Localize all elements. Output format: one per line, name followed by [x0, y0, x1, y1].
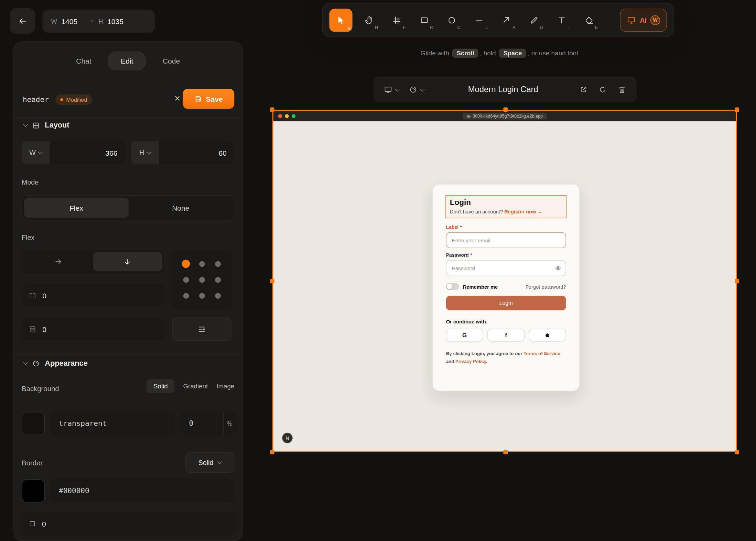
- tool-line[interactable]: L: [469, 9, 490, 31]
- tool-hand[interactable]: H: [359, 9, 380, 31]
- border-width-input[interactable]: [42, 520, 228, 528]
- forgot-password-link[interactable]: Forgot password?: [526, 284, 566, 289]
- tab-code[interactable]: Code: [161, 52, 182, 70]
- distribute-icon: [197, 324, 206, 334]
- tool-circle[interactable]: C: [441, 9, 463, 31]
- refresh-button[interactable]: [598, 85, 607, 94]
- selection-handle-right[interactable]: [735, 279, 739, 284]
- align-bottom-left-dot[interactable]: [183, 293, 189, 299]
- background-value-input[interactable]: [51, 419, 175, 428]
- tool-text[interactable]: T: [551, 9, 572, 31]
- open-external-button[interactable]: [579, 85, 588, 94]
- column-gap-input[interactable]: [42, 291, 157, 299]
- ai-hotkey-badge: W: [650, 15, 660, 25]
- tool-shortcut: A: [512, 25, 515, 30]
- corner-n-badge[interactable]: N: [282, 433, 293, 443]
- apple-button[interactable]: [529, 329, 566, 342]
- canvas-hint: Glide with Scroll, hold Space, or use ha…: [242, 49, 756, 58]
- direction-row-button[interactable]: [24, 252, 93, 271]
- element-tag: header: [23, 96, 49, 104]
- border-color-input[interactable]: [51, 487, 234, 495]
- bg-tab-gradient[interactable]: Gradient: [183, 383, 208, 390]
- align-top-center-dot[interactable]: [199, 261, 205, 267]
- password-input[interactable]: [446, 260, 566, 276]
- terms-link[interactable]: Terms of Service: [523, 351, 560, 356]
- bg-tab-image[interactable]: Image: [216, 383, 234, 390]
- direction-column-button[interactable]: [93, 252, 162, 271]
- tool-rectangle[interactable]: R: [414, 9, 435, 31]
- selection-handle-top[interactable]: [503, 108, 508, 112]
- selection-handle-bottom[interactable]: [503, 450, 508, 454]
- height-input[interactable]: [107, 17, 130, 25]
- ai-mode-button[interactable]: AI W: [620, 9, 667, 32]
- google-button[interactable]: G: [446, 329, 483, 342]
- tool-shortcut: R: [430, 25, 433, 30]
- align-middle-right-dot[interactable]: [215, 277, 220, 283]
- bg-tab-solid[interactable]: Solid: [147, 379, 174, 393]
- browser-frame[interactable]: 3000-ilkd64ytt85g7t9r8z2kg.e2b.app Login…: [272, 110, 737, 452]
- maximize-window-button[interactable]: [292, 114, 295, 118]
- selection-handle-bottom-right[interactable]: [735, 450, 739, 454]
- selection-handle-top-right[interactable]: [735, 108, 739, 112]
- align-bottom-center-dot[interactable]: [199, 293, 205, 299]
- height-value-input[interactable]: [159, 141, 234, 164]
- deselect-button[interactable]: ×: [174, 93, 180, 103]
- align-bottom-right-dot[interactable]: [215, 293, 220, 299]
- divider: [14, 117, 242, 118]
- chevron-down-icon: [147, 150, 151, 154]
- mode-flex-option[interactable]: Flex: [24, 198, 128, 218]
- pencil-icon: [529, 15, 539, 25]
- selection-handle-left[interactable]: [270, 279, 274, 284]
- back-button[interactable]: [10, 8, 35, 34]
- tool-frame[interactable]: F: [386, 9, 408, 31]
- background-color-swatch[interactable]: [22, 412, 45, 435]
- tab-edit[interactable]: Edit: [108, 52, 146, 70]
- frame-dimensions: W × H: [42, 10, 155, 33]
- selection-handle-bottom-left[interactable]: [270, 450, 274, 454]
- width-value-input[interactable]: [50, 141, 125, 164]
- remember-toggle[interactable]: [446, 283, 459, 290]
- width-unit-dropdown[interactable]: W: [22, 141, 50, 164]
- width-input[interactable]: [61, 17, 84, 25]
- align-middle-left-dot[interactable]: [183, 277, 189, 283]
- background-opacity-input[interactable]: [181, 419, 223, 428]
- email-input[interactable]: [446, 232, 566, 248]
- password-field-label: Password*: [446, 253, 566, 258]
- mode-none-option[interactable]: None: [129, 198, 233, 218]
- row-gap-input[interactable]: [42, 325, 157, 333]
- layout-grid-icon: [32, 121, 40, 130]
- device-dropdown[interactable]: [384, 85, 398, 94]
- layout-section-header[interactable]: Layout: [24, 121, 69, 130]
- border-style-dropdown[interactable]: Solid: [185, 452, 234, 473]
- minimize-window-button[interactable]: [285, 114, 289, 118]
- align-top-right-dot[interactable]: [215, 261, 220, 267]
- login-submit-button[interactable]: Login: [446, 296, 566, 310]
- privacy-link[interactable]: Privacy Policy: [455, 358, 486, 363]
- border-style-value: Solid: [198, 459, 214, 466]
- tab-chat[interactable]: Chat: [74, 52, 94, 70]
- mode-segmented-control: Flex None: [22, 195, 235, 220]
- remember-label: Remember me: [463, 284, 498, 289]
- address-bar[interactable]: 3000-ilkd64ytt85g7t9r8z2kg.e2b.app: [463, 113, 547, 120]
- distribute-button[interactable]: [172, 318, 231, 341]
- align-top-left-dot[interactable]: [182, 260, 190, 268]
- text-icon: [557, 15, 566, 25]
- border-color-swatch[interactable]: [22, 479, 45, 503]
- register-link[interactable]: Register now →: [504, 209, 542, 214]
- theme-dropdown[interactable]: [409, 85, 423, 94]
- delete-button[interactable]: [618, 85, 626, 94]
- align-middle-center-dot[interactable]: [199, 277, 205, 283]
- eye-icon[interactable]: [555, 265, 561, 271]
- save-button[interactable]: Save: [183, 89, 234, 109]
- tool-eraser[interactable]: E: [579, 9, 600, 31]
- tool-arrow[interactable]: A: [496, 9, 517, 31]
- selection-handle-top-left[interactable]: [270, 108, 274, 112]
- close-window-button[interactable]: [278, 114, 282, 118]
- label-text: Password: [446, 253, 469, 258]
- tool-select[interactable]: S: [329, 9, 352, 32]
- tool-draw[interactable]: D: [523, 9, 545, 31]
- hint-text: Glide with: [421, 49, 449, 57]
- height-unit-dropdown[interactable]: H: [131, 141, 159, 164]
- facebook-button[interactable]: f: [487, 329, 525, 342]
- appearance-section-header[interactable]: Appearance: [24, 359, 88, 367]
